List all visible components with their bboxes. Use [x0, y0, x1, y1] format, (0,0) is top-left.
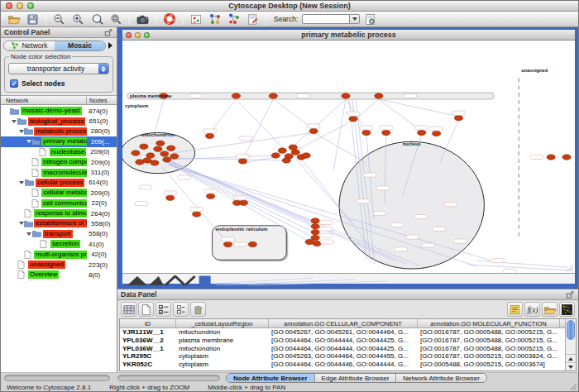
table-row[interactable]: YLR295Ccytoplasm[GO:0045263, GO:0044464,… — [120, 352, 565, 361]
open-session-button[interactable] — [5, 12, 22, 26]
network-node[interactable] — [362, 130, 371, 136]
network-node[interactable] — [166, 195, 175, 201]
delete-attribute-button[interactable] — [190, 302, 206, 317]
create-attribute-button[interactable] — [138, 302, 154, 317]
network-node[interactable] — [146, 153, 155, 159]
tab-edge-attribute-browser[interactable]: Edge Attribute Browser — [315, 374, 397, 382]
expand-arrow-icon[interactable] — [26, 232, 31, 236]
network-node[interactable] — [309, 128, 318, 134]
edit-network-button[interactable] — [244, 12, 261, 26]
layout-network-button[interactable] — [206, 12, 223, 26]
column-header[interactable]: annotation.GO MOLECULAR_FUNCTION — [418, 319, 560, 327]
zoom-in-button[interactable] — [69, 12, 87, 26]
network-node[interactable] — [151, 160, 159, 166]
network-node[interactable] — [163, 157, 171, 163]
table-row[interactable]: YPL036W__2plasma membrane[GO:0044464, GO… — [120, 337, 565, 345]
zoom-out-button[interactable] — [50, 12, 68, 26]
tab-mosaic[interactable]: Mosaic — [55, 41, 105, 50]
expand-arrow-icon[interactable] — [19, 130, 24, 133]
scroll-up-button[interactable] — [566, 354, 576, 362]
network-node[interactable] — [239, 200, 247, 206]
tree-row[interactable]: secretion41(0) — [1, 239, 117, 249]
network-node[interactable] — [562, 155, 571, 160]
network-node[interactable] — [132, 151, 140, 156]
network-node[interactable] — [223, 241, 232, 247]
network-edge[interactable] — [295, 121, 353, 151]
help-ring-button[interactable] — [160, 12, 178, 26]
search-input[interactable] — [302, 14, 350, 24]
network-node[interactable] — [278, 148, 286, 154]
network-edge[interactable] — [333, 99, 346, 171]
network-edge[interactable] — [242, 99, 273, 160]
float-panel-icon[interactable] — [565, 290, 575, 299]
network-node[interactable] — [454, 115, 462, 121]
network-edge[interactable] — [165, 160, 313, 227]
tree-col-nodes[interactable]: Nodes — [86, 97, 117, 104]
network-node[interactable] — [206, 194, 214, 199]
column-header[interactable]: annotation.GO CELLULAR_COMPONENT — [269, 319, 418, 327]
network-view-titlebar[interactable]: primary metabolic process — [122, 30, 575, 41]
tree-row[interactable]: nucleobase-209(0) — [1, 147, 117, 157]
network-node[interactable] — [140, 144, 148, 150]
network-canvas[interactable]: plasma membranecytoplasmmitochondrionnuc… — [122, 41, 575, 273]
table-scrollbar[interactable] — [565, 319, 576, 370]
network-node[interactable] — [382, 130, 390, 136]
tree-row[interactable]: transport558(0) — [1, 229, 117, 239]
align-network-button[interactable] — [225, 12, 242, 26]
network-node[interactable] — [375, 93, 383, 99]
network-node[interactable] — [232, 93, 240, 99]
network-node[interactable] — [311, 229, 319, 235]
tree-row[interactable]: biological_process651(0) — [1, 116, 117, 126]
network-graph[interactable]: plasma membranecytoplasmmitochondrionnuc… — [122, 41, 575, 273]
network-node[interactable] — [238, 159, 246, 165]
network-node[interactable] — [311, 218, 319, 224]
scrollbar-thumb[interactable] — [567, 320, 575, 340]
select-nodes-checkbox[interactable]: ✓ — [10, 79, 18, 88]
select-attributes-button[interactable] — [156, 302, 171, 317]
network-node[interactable] — [302, 153, 310, 159]
network-edge[interactable] — [293, 99, 346, 146]
attribute-table-button[interactable] — [121, 302, 136, 317]
network-node[interactable] — [167, 146, 175, 151]
network-node[interactable] — [432, 131, 440, 136]
tree-col-network[interactable]: Network — [1, 97, 86, 104]
tree-row[interactable]: response to stimul264(0) — [1, 208, 117, 218]
zoom-fit-button[interactable] — [108, 12, 125, 26]
network-node[interactable] — [160, 151, 169, 157]
network-node[interactable] — [269, 93, 277, 99]
tree-row[interactable]: cellular metabo209(0) — [1, 188, 117, 198]
annotation-button[interactable] — [187, 12, 204, 26]
annotation-note-button[interactable] — [507, 302, 523, 317]
tree-row[interactable]: cellular process614(0) — [1, 178, 117, 188]
network-node[interactable] — [417, 130, 425, 136]
tree-row[interactable]: macromolecule311(0) — [1, 167, 117, 177]
search-options-icon[interactable] — [364, 13, 376, 26]
tree-row[interactable]: cell communicat22(0) — [1, 198, 117, 208]
network-edge[interactable] — [156, 99, 164, 130]
network-node[interactable] — [192, 212, 200, 218]
tree-row[interactable]: mosaic-demo-yeast874(0) — [1, 106, 117, 116]
tab-overflow-button[interactable] — [106, 42, 114, 49]
network-node[interactable] — [154, 146, 162, 152]
tree-row[interactable]: nitrogen compo209(0) — [1, 157, 117, 167]
network-node[interactable] — [156, 141, 165, 146]
save-session-button[interactable] — [24, 12, 41, 26]
import-attributes-button[interactable] — [542, 302, 557, 317]
table-row[interactable]: YPL036W__1mitochondrion[GO:0044464, GO:0… — [120, 345, 565, 353]
tree-row[interactable]: multi-organism pro42(0) — [1, 249, 117, 259]
tree-row[interactable]: Overview8(0) — [1, 270, 117, 280]
tab-network[interactable]: Network — [4, 41, 55, 50]
network-node[interactable] — [248, 241, 256, 247]
matrix-view-button[interactable] — [559, 302, 575, 317]
network-node[interactable] — [271, 153, 280, 159]
network-node[interactable] — [291, 150, 299, 155]
table-row[interactable]: YJR121W__1mitochondrion[GO:0045267, GO:0… — [120, 328, 565, 337]
zoom-selected-button[interactable] — [89, 12, 106, 26]
network-node[interactable] — [547, 155, 555, 160]
expand-arrow-icon[interactable] — [12, 120, 17, 123]
tree-row[interactable]: unassigned223(0) — [1, 260, 117, 270]
tab-node-attribute-browser[interactable]: Node Attribute Browser — [227, 374, 315, 382]
column-header[interactable]: ID — [120, 319, 176, 327]
unselect-attributes-button[interactable] — [173, 302, 189, 317]
network-node[interactable] — [282, 158, 290, 164]
